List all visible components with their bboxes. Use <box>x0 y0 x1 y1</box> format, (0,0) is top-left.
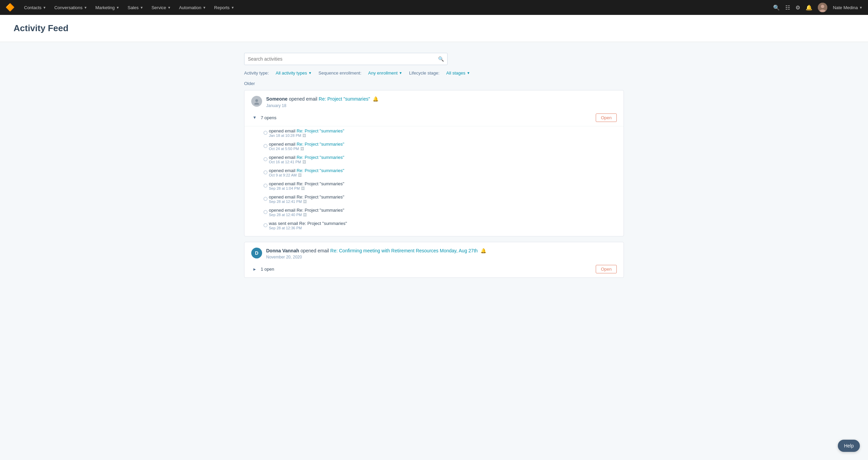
activity-header-0: Someone opened email Re: Project "summar… <box>244 90 624 111</box>
sub-item-date-0-0: Jan 18 at 10:28 PM🖼 <box>269 133 617 138</box>
lifecycle-chevron: ▼ <box>467 71 470 75</box>
nav-chevron-sales: ▼ <box>140 6 143 9</box>
nav-right: 🔍 ☷ ⚙ 🔔 Nate Medina ▼ <box>773 3 863 12</box>
nav-label-marketing: Marketing <box>95 5 115 10</box>
activity-email-link-1[interactable]: Re: Confirming meeting with Retirement R… <box>330 248 478 253</box>
activity-date-1: November 20, 2020 <box>266 255 617 259</box>
open-button-0[interactable]: Open <box>596 113 617 122</box>
sub-item-date-0-2: Oct 16 at 12:41 PM🖼 <box>269 160 617 164</box>
notifications-icon[interactable]: 🔔 <box>806 4 812 11</box>
monitor-icon-0-1: 🖼 <box>300 147 304 151</box>
sub-item-date-0-3: Oct 9 at 9:22 AM🖼 <box>269 173 617 177</box>
activity-type-label: Activity type: <box>244 70 269 76</box>
monitor-icon-0-5: 🖼 <box>303 200 307 204</box>
monitor-icon-0-2: 🖼 <box>302 160 306 164</box>
nav-label-sales: Sales <box>127 5 139 10</box>
sequence-chevron: ▼ <box>399 71 402 75</box>
activity-name-1: Donna Vannah <box>266 248 299 253</box>
top-navigation: 🔶 Contacts▼Conversations▼Marketing▼Sales… <box>0 0 868 15</box>
expand-button-0[interactable]: ▼ <box>251 114 258 121</box>
nav-menu: Contacts▼Conversations▼Marketing▼Sales▼S… <box>20 0 773 15</box>
svg-point-1 <box>821 5 824 8</box>
activity-card-0: Someone opened email Re: Project "summar… <box>244 90 624 236</box>
nav-label-conversations: Conversations <box>54 5 82 10</box>
activity-name-0: Someone <box>266 96 288 102</box>
settings-icon[interactable]: ⚙ <box>795 4 800 11</box>
activity-card-1: D Donna Vannah opened email Re: Confirmi… <box>244 242 624 278</box>
nav-item-reports[interactable]: Reports▼ <box>210 0 238 15</box>
sub-email-link-0-1[interactable]: Re: Project "summaries" <box>297 142 344 147</box>
svg-point-3 <box>255 99 258 102</box>
sub-item-date-0-7: Sep 28 at 12:36 PM <box>269 226 617 230</box>
activity-avatar-0 <box>251 96 262 107</box>
activity-title-1: Donna Vannah opened email Re: Confirming… <box>266 248 617 254</box>
monitor-icon-0-4: 🖼 <box>301 186 305 190</box>
apps-icon[interactable]: ☷ <box>785 4 790 11</box>
nav-item-sales[interactable]: Sales▼ <box>123 0 147 15</box>
activity-type-dropdown[interactable]: All activity types ▼ <box>276 70 312 76</box>
opens-count-0: 7 opens <box>261 115 276 120</box>
bell-icon-1[interactable]: 🔔 <box>480 248 486 253</box>
sub-item-date-0-4: Sep 28 at 1:04 PM🖼 <box>269 186 617 190</box>
nav-chevron-automation: ▼ <box>203 6 206 9</box>
user-avatar[interactable] <box>818 3 827 12</box>
opens-count-1: 1 open <box>261 267 274 272</box>
activity-title-0: Someone opened email Re: Project "summar… <box>266 96 617 103</box>
open-button-1[interactable]: Open <box>596 265 617 273</box>
activity-type-chevron: ▼ <box>308 71 312 75</box>
username-display[interactable]: Nate Medina ▼ <box>833 5 863 10</box>
sub-email-link-0-2[interactable]: Re: Project "summaries" <box>297 155 344 160</box>
nav-item-conversations[interactable]: Conversations▼ <box>50 0 91 15</box>
page-body: 🔍 Activity type: All activity types ▼ Se… <box>231 42 637 294</box>
sequence-label: Sequence enrollment: <box>318 70 361 76</box>
bell-icon-0[interactable]: 🔔 <box>373 96 378 102</box>
page-header: Activity Feed <box>0 15 868 42</box>
search-icon[interactable]: 🔍 <box>773 4 780 11</box>
expand-button-1[interactable]: ► <box>251 266 258 273</box>
nav-chevron-service: ▼ <box>167 6 171 9</box>
sub-item-0-5: opened email Re: Project "summaries" Sep… <box>262 192 617 206</box>
search-input[interactable] <box>248 56 438 62</box>
nav-item-service[interactable]: Service▼ <box>147 0 175 15</box>
sub-item-0-7: was sent email Re: Project "summaries" S… <box>262 219 617 232</box>
activity-info-1: Donna Vannah opened email Re: Confirming… <box>266 248 617 260</box>
activity-info-0: Someone opened email Re: Project "summar… <box>266 96 617 108</box>
nav-chevron-marketing: ▼ <box>116 6 119 9</box>
lifecycle-dropdown[interactable]: All stages ▼ <box>446 70 470 76</box>
page-title: Activity Feed <box>14 23 854 34</box>
search-submit-icon[interactable]: 🔍 <box>438 56 444 62</box>
nav-label-service: Service <box>152 5 166 10</box>
activity-expand-row-1: ► 1 open Open <box>244 262 624 277</box>
activity-sub-list-0: opened email Re: Project "summaries" Jan… <box>244 126 624 236</box>
sub-email-link-0-3[interactable]: Re: Project "summaries" <box>297 168 344 173</box>
sub-item-0-6: opened email Re: Project "summaries" Sep… <box>262 206 617 219</box>
hubspot-logo[interactable]: 🔶 <box>5 3 15 12</box>
sub-email-link-0-0[interactable]: Re: Project "summaries" <box>297 128 344 133</box>
sub-item-date-0-5: Sep 28 at 12:41 PM🖼 <box>269 200 617 204</box>
activity-email-link-0[interactable]: Re: Project "summaries" <box>319 96 370 102</box>
activity-avatar-1: D <box>251 248 262 258</box>
nav-item-contacts[interactable]: Contacts▼ <box>20 0 50 15</box>
activity-header-1: D Donna Vannah opened email Re: Confirmi… <box>244 242 624 263</box>
search-bar-wrap: 🔍 <box>244 53 624 65</box>
sub-item-date-0-6: Sep 28 at 12:40 PM🖼 <box>269 213 617 217</box>
filters-bar: Activity type: All activity types ▼ Sequ… <box>244 70 624 76</box>
monitor-icon-0-3: 🖼 <box>298 173 302 177</box>
lifecycle-label: Lifecycle stage: <box>409 70 439 76</box>
nav-chevron-reports: ▼ <box>231 6 234 9</box>
sub-item-0-3: opened email Re: Project "summaries" Oct… <box>262 166 617 179</box>
search-input-wrap: 🔍 <box>244 53 448 65</box>
sequence-dropdown[interactable]: Any enrollment ▼ <box>368 70 402 76</box>
nav-label-automation: Automation <box>179 5 201 10</box>
sub-item-0-1: opened email Re: Project "summaries" Oct… <box>262 140 617 153</box>
activities-container: Someone opened email Re: Project "summar… <box>244 90 624 278</box>
sub-item-0-2: opened email Re: Project "summaries" Oct… <box>262 153 617 166</box>
svg-point-4 <box>254 103 259 105</box>
section-label: Older <box>244 81 624 86</box>
sub-item-date-0-1: Oct 24 at 5:50 PM🖼 <box>269 147 617 151</box>
nav-chevron-contacts: ▼ <box>43 6 46 9</box>
monitor-icon-0-6: 🖼 <box>303 213 307 217</box>
nav-item-automation[interactable]: Automation▼ <box>175 0 210 15</box>
nav-chevron-conversations: ▼ <box>84 6 87 9</box>
nav-item-marketing[interactable]: Marketing▼ <box>91 0 123 15</box>
